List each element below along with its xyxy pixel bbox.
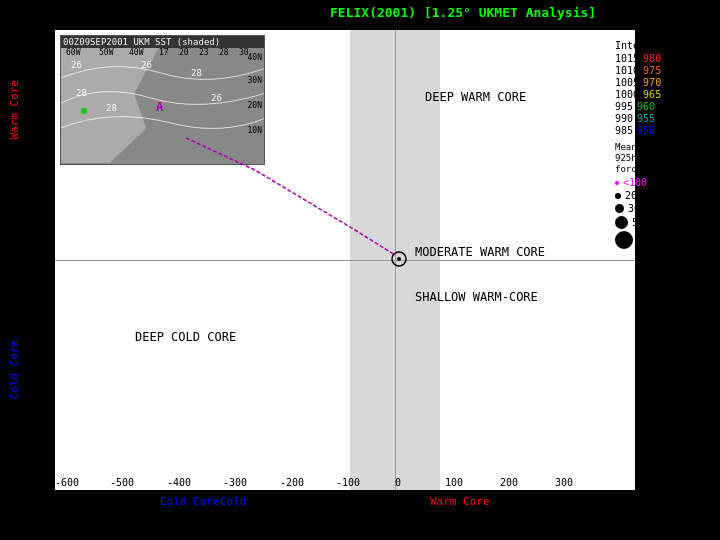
intensity-row-0: 1015 980 bbox=[615, 53, 715, 64]
x-tick-neg500: -500 bbox=[110, 477, 134, 488]
wind-radius-item-3: 500 bbox=[615, 216, 715, 229]
wind-radius-item-0: <100 bbox=[615, 177, 715, 188]
region-shallow-warm: SHALLOW WARM-CORE bbox=[415, 290, 538, 304]
warm-core-x-label: Warm Core bbox=[430, 495, 490, 508]
svg-point-1 bbox=[397, 257, 401, 261]
x-tick-100: 100 bbox=[445, 477, 463, 488]
region-moderate-warm: MODERATE WARM CORE bbox=[415, 245, 545, 259]
y-tick-neg300: -300 bbox=[20, 391, 44, 402]
cold-bottom-label: Cold bbox=[220, 495, 247, 508]
mini-map-marker-a: A bbox=[156, 100, 163, 114]
main-container: FELIX(2001) [1.25° UKMET Analysis] Start… bbox=[0, 0, 720, 540]
y-tick-neg400: -400 bbox=[20, 436, 44, 447]
region-deep-warm: DEEP WARM CORE bbox=[425, 90, 526, 104]
y-tick-0: 0 bbox=[43, 257, 49, 268]
x-tick-neg100: -100 bbox=[336, 477, 360, 488]
intensity-row-3: 1000 965 bbox=[615, 89, 715, 100]
wind-radius-subtitle: 925hPa gale bbox=[615, 153, 715, 164]
intensity-legend: Intensity (hPa): 1015 980 1010 975 1005 … bbox=[615, 40, 715, 251]
intensity-title: Intensity (hPa): bbox=[615, 40, 715, 51]
intensity-row-1: 1010 975 bbox=[615, 65, 715, 76]
wind-radius-label: force wind (km): bbox=[615, 164, 715, 175]
h-center-line bbox=[55, 260, 635, 261]
x-tick-neg300: -300 bbox=[223, 477, 247, 488]
wind-radius-title: Mean radius of bbox=[615, 142, 715, 153]
y-tick-200: 200 bbox=[25, 76, 43, 87]
wind-radius-item-4: 750 bbox=[615, 231, 715, 249]
mini-map-title: 00Z09SEP2001 UKM SST (shaded) bbox=[61, 36, 264, 48]
x-tick-neg400: -400 bbox=[167, 477, 191, 488]
intensity-row-5: 990 955 bbox=[615, 113, 715, 124]
x-tick-0: 0 bbox=[395, 477, 401, 488]
mini-map-container: 00Z09SEP2001 UKM SST (shaded) 26 26 28 2… bbox=[60, 35, 265, 165]
wind-radius-item-2: 300 bbox=[615, 203, 715, 214]
x-tick-neg600: -600 bbox=[55, 477, 79, 488]
marker-z-end bbox=[390, 250, 408, 271]
y-tick-neg200: -200 bbox=[20, 346, 44, 357]
y-tick-300: 300 bbox=[25, 32, 43, 43]
intensity-row-2: 1005 970 bbox=[615, 77, 715, 88]
x-axis-main-label: -Vt+ [900hPa-600hPa Thermal Wind] bbox=[160, 519, 379, 532]
x-tick-300: 300 bbox=[555, 477, 573, 488]
intensity-row-4: 995 960 bbox=[615, 101, 715, 112]
intensity-row-6: 985 950 bbox=[615, 125, 715, 136]
chart-area: DEEP WARM CORE MODERATE WARM CORE SHALLO… bbox=[55, 30, 635, 490]
y-tick-neg500: -500 bbox=[20, 458, 44, 469]
y-tick-neg600: -600 bbox=[20, 480, 44, 491]
region-deep-cold: DEEP COLD CORE bbox=[135, 330, 236, 344]
x-tick-neg200: -200 bbox=[280, 477, 304, 488]
wind-radius-item-1: 200 bbox=[615, 190, 715, 201]
cold-core-x-label: Cold Core bbox=[160, 495, 220, 508]
x-tick-200: 200 bbox=[500, 477, 518, 488]
cold-core-y-label: Cold Core bbox=[8, 340, 21, 400]
y-axis-main-label: -Vt° [600hPa-300hPa Thermal Wind] bbox=[20, 100, 36, 319]
